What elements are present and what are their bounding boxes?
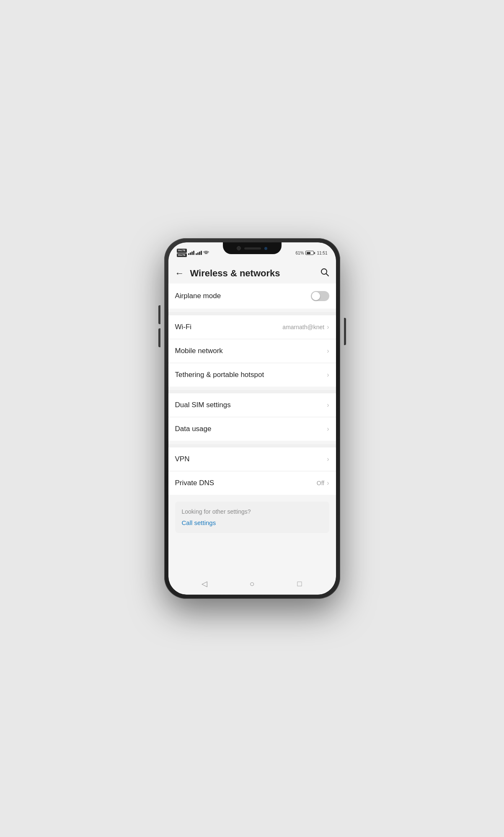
section-vpn: VPN › Private DNS Off ›	[168, 447, 336, 495]
speaker	[244, 247, 261, 250]
dual-sim-label: Dual SIM settings	[175, 401, 231, 409]
phone-frame: VoLTE VoLTE	[164, 238, 340, 599]
chevron-icon: ›	[327, 455, 329, 463]
status-right: 61% 11:51	[295, 251, 327, 255]
battery-icon	[305, 251, 315, 255]
chevron-icon: ›	[327, 425, 329, 433]
signal-bars-1	[188, 251, 194, 255]
volume-up-button[interactable]	[158, 305, 160, 324]
signal-bars-2	[196, 251, 202, 255]
private-dns-value: Off	[317, 480, 324, 486]
navigation-bar: ◁ ○ □	[168, 573, 336, 595]
front-camera	[237, 246, 241, 250]
notch	[223, 242, 282, 254]
airplane-mode-label: Airplane mode	[175, 292, 221, 300]
private-dns-right: Off ›	[317, 479, 329, 487]
home-nav-icon: ○	[249, 579, 254, 589]
section-divider-2	[168, 390, 336, 393]
nav-back-button[interactable]: ◁	[199, 578, 210, 590]
list-item[interactable]: Tethering & portable hotspot ›	[168, 363, 336, 387]
info-card-text: Looking for other settings?	[182, 508, 323, 515]
mobile-network-label: Mobile network	[175, 347, 223, 355]
call-settings-link[interactable]: Call settings	[182, 519, 323, 526]
chevron-icon: ›	[327, 479, 329, 487]
list-item[interactable]: Mobile network ›	[168, 339, 336, 363]
airplane-mode-toggle[interactable]	[311, 291, 329, 301]
app-bar: ← Wireless & networks	[168, 263, 336, 283]
nav-home-button[interactable]: ○	[246, 578, 258, 590]
section-airplane: Airplane mode	[168, 283, 336, 309]
wifi-value: amarnath@knet	[282, 324, 324, 330]
time-display: 11:51	[317, 251, 327, 255]
list-item[interactable]: Dual SIM settings ›	[168, 393, 336, 417]
volte-badge-1: VoLTE	[177, 249, 187, 253]
sensor	[264, 247, 267, 250]
back-button[interactable]: ←	[175, 268, 184, 279]
mobile-network-right: ›	[327, 347, 329, 355]
section-network: Wi-Fi amarnath@knet › Mobile network ›	[168, 315, 336, 387]
info-card: Looking for other settings? Call setting…	[175, 502, 329, 533]
list-item[interactable]: Data usage ›	[168, 417, 336, 441]
battery-percent: 61%	[295, 251, 304, 255]
wifi-label: Wi-Fi	[175, 323, 192, 331]
tethering-right: ›	[327, 371, 329, 379]
status-left: VoLTE VoLTE	[177, 249, 209, 257]
wifi-icon	[203, 251, 209, 255]
status-bar: VoLTE VoLTE	[168, 242, 336, 263]
search-button[interactable]	[320, 268, 329, 279]
page-title: Wireless & networks	[190, 268, 280, 279]
section-sim: Dual SIM settings › Data usage ›	[168, 393, 336, 441]
search-icon	[320, 268, 329, 277]
vpn-right: ›	[327, 455, 329, 463]
chevron-icon: ›	[327, 401, 329, 409]
recent-nav-icon: □	[297, 580, 302, 588]
list-item[interactable]: Wi-Fi amarnath@knet ›	[168, 315, 336, 339]
dual-sim-right: ›	[327, 401, 329, 409]
private-dns-label: Private DNS	[175, 479, 215, 487]
volte-badge-2: VoLTE	[177, 253, 187, 257]
settings-content: Airplane mode Wi-Fi amarnath@knet ›	[168, 283, 336, 573]
data-usage-right: ›	[327, 425, 329, 433]
vpn-label: VPN	[175, 455, 190, 463]
chevron-icon: ›	[327, 323, 329, 331]
section-divider-3	[168, 444, 336, 447]
nav-recent-button[interactable]: □	[294, 578, 305, 590]
svg-line-1	[326, 274, 328, 276]
phone-inner: VoLTE VoLTE	[168, 242, 336, 595]
volume-down-button[interactable]	[158, 328, 160, 347]
power-button[interactable]	[344, 318, 346, 345]
tethering-label: Tethering & portable hotspot	[175, 371, 264, 379]
list-item[interactable]: Private DNS Off ›	[168, 471, 336, 495]
list-item[interactable]: VPN ›	[168, 447, 336, 471]
chevron-icon: ›	[327, 371, 329, 379]
screen: VoLTE VoLTE	[168, 242, 336, 595]
section-divider-1	[168, 312, 336, 315]
data-usage-label: Data usage	[175, 425, 212, 433]
chevron-icon: ›	[327, 347, 329, 355]
toggle-thumb	[312, 292, 320, 300]
list-item[interactable]: Airplane mode	[168, 283, 336, 309]
wifi-value-right: amarnath@knet ›	[282, 323, 329, 331]
back-nav-icon: ◁	[202, 579, 207, 588]
